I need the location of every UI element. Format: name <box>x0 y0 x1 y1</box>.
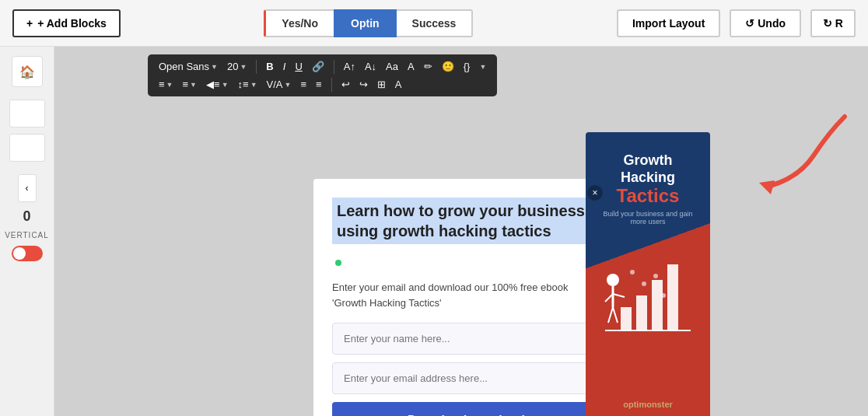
undo-text-button[interactable]: ↩ <box>338 77 353 92</box>
book-title-line1: Growth Hacking <box>595 152 701 186</box>
svg-line-9 <box>608 307 613 323</box>
underline-button[interactable]: U <box>292 59 305 74</box>
selection-indicator <box>335 260 341 266</box>
card-headline[interactable]: Learn how to grow your business using gr… <box>332 198 590 244</box>
grid-button[interactable]: ⊞ <box>374 77 389 92</box>
more-button[interactable]: ▼ <box>476 61 489 72</box>
bold-button[interactable]: B <box>263 59 276 74</box>
page-tabs: Yes/No Optin Success <box>264 9 473 37</box>
optin-card: × Learn how to grow your business using … <box>313 179 609 416</box>
svg-line-8 <box>613 294 625 297</box>
toolbar-row-2: ≡ ▼ ≡ ▼ ◀≡ ▼ ↕≡ ▼ V/A ▼ <box>156 77 489 92</box>
tab-optin[interactable]: Optin <box>334 9 397 37</box>
font-family-label: Open Sans <box>159 61 209 72</box>
align-chevron: ▼ <box>222 81 229 89</box>
pencil-button[interactable]: ✏ <box>421 59 436 74</box>
book-brand-label: optimonster <box>623 400 673 415</box>
redo-text-button[interactable]: ↪ <box>356 77 371 92</box>
align-left-button[interactable]: ≡ <box>297 77 310 92</box>
line-spacing-button[interactable]: ↕≡ ▼ <box>235 77 261 92</box>
emoji-button[interactable]: 🙂 <box>439 59 457 74</box>
list-chevron: ▼ <box>166 81 173 89</box>
add-blocks-label: + Add Blocks <box>37 17 107 30</box>
book-subtitle: Build your business and gain more users <box>595 210 701 225</box>
vertical-align-button[interactable]: V/A ▼ <box>264 77 295 92</box>
sidebar-box-1 <box>9 100 45 128</box>
ordered-list-icon: ≡ <box>183 79 189 90</box>
import-layout-button[interactable]: Import Layout <box>617 9 720 37</box>
font-size-label: 20 <box>227 61 238 72</box>
svg-rect-1 <box>621 307 632 330</box>
italic-button[interactable]: I <box>280 59 289 74</box>
svg-marker-15 <box>759 180 775 194</box>
list-icon: ≡ <box>159 79 165 90</box>
ordered-list-chevron: ▼ <box>190 81 197 89</box>
close-button[interactable]: × <box>587 185 603 201</box>
card-subtext: Enter your email and download our 100% f… <box>332 280 590 310</box>
svg-rect-4 <box>667 264 678 330</box>
main-area: 🏠 ‹ 0 VERTICAL Open Sans ▼ 20 ▼ <box>0 47 868 416</box>
svg-point-12 <box>642 281 646 286</box>
align-center-button[interactable]: ≡ <box>313 77 325 92</box>
home-icon: 🏠 <box>19 65 35 79</box>
text-editing-toolbar: Open Sans ▼ 20 ▼ B I U 🔗 A↑ A↓ Aa A ✏ 🙂 <box>148 54 497 96</box>
svg-line-10 <box>613 307 618 323</box>
ordered-list-button[interactable]: ≡ ▼ <box>180 77 201 92</box>
download-button[interactable]: ⊙ Download my ebook <box>332 402 590 416</box>
font-size-selector[interactable]: 20 ▼ <box>224 59 250 74</box>
tab-yes-no[interactable]: Yes/No <box>264 9 334 37</box>
top-bar: + + Add Blocks Yes/No Optin Success Impo… <box>0 0 868 47</box>
align-icon: ◀≡ <box>206 79 220 90</box>
email-input[interactable] <box>332 362 590 394</box>
svg-point-5 <box>607 274 619 286</box>
svg-point-13 <box>653 274 658 278</box>
spacing-chevron: ▼ <box>250 81 257 89</box>
book-cover: Growth Hacking Tactics Build your busine… <box>586 132 710 416</box>
font-size-increase-button[interactable]: A↑ <box>341 59 359 74</box>
svg-point-14 <box>661 293 666 298</box>
font-size-chevron: ▼ <box>240 63 247 71</box>
book-illustration <box>597 233 698 342</box>
name-input[interactable] <box>332 323 590 355</box>
spacing-icon: ↕≡ <box>238 79 249 90</box>
card-wrapper: × Learn how to grow your business using … <box>313 117 609 416</box>
toolbar-row-1: Open Sans ▼ 20 ▼ B I U 🔗 A↑ A↓ Aa A ✏ 🙂 <box>156 59 489 74</box>
content-area: Open Sans ▼ 20 ▼ B I U 🔗 A↑ A↓ Aa A ✏ 🙂 <box>54 47 868 416</box>
valign-label: V/A <box>267 79 283 90</box>
card-content: Learn how to grow your business using gr… <box>313 179 609 416</box>
font-size-decrease-button[interactable]: A↓ <box>362 59 380 74</box>
plus-icon: + <box>26 17 33 30</box>
align-button[interactable]: ◀≡ ▼ <box>203 77 232 92</box>
red-arrow-annotation <box>705 109 860 202</box>
valign-chevron: ▼ <box>285 81 292 89</box>
sidebar-home-button[interactable]: 🏠 <box>12 56 43 87</box>
sidebar-toggle[interactable] <box>12 246 43 261</box>
sidebar-box-2 <box>9 134 45 162</box>
headline-wrapper: Learn how to grow your business using gr… <box>332 198 590 269</box>
sidebar-collapse-button[interactable]: ‹ <box>18 174 37 202</box>
list-button[interactable]: ≡ ▼ <box>156 77 177 92</box>
separator-3 <box>331 78 332 92</box>
tab-success[interactable]: Success <box>397 9 474 37</box>
book-svg-illustration <box>597 233 698 342</box>
link-button[interactable]: 🔗 <box>309 59 327 74</box>
sidebar-vertical-label: VERTICAL <box>5 231 49 239</box>
sidebar-vertical-value: 0 <box>23 208 30 225</box>
redo-button[interactable]: ↻ R <box>810 9 856 37</box>
left-arrow-icon: ‹ <box>26 183 29 194</box>
font-family-selector[interactable]: Open Sans ▼ <box>156 59 221 74</box>
add-blocks-button[interactable]: + + Add Blocks <box>12 9 121 37</box>
book-title-line2: Tactics <box>617 186 680 206</box>
svg-rect-3 <box>652 280 663 330</box>
code-button[interactable]: {} <box>460 59 474 74</box>
font-family-chevron: ▼ <box>211 63 218 71</box>
color-button[interactable]: A <box>404 59 418 74</box>
text-effect-button[interactable]: A <box>392 77 405 92</box>
separator-1 <box>256 60 257 74</box>
undo-button[interactable]: ↺ Undo <box>730 9 801 37</box>
svg-point-11 <box>630 270 635 274</box>
case-button[interactable]: Aa <box>383 59 401 74</box>
separator-2 <box>334 60 334 74</box>
svg-rect-2 <box>636 295 647 330</box>
left-sidebar: 🏠 ‹ 0 VERTICAL <box>0 47 54 416</box>
